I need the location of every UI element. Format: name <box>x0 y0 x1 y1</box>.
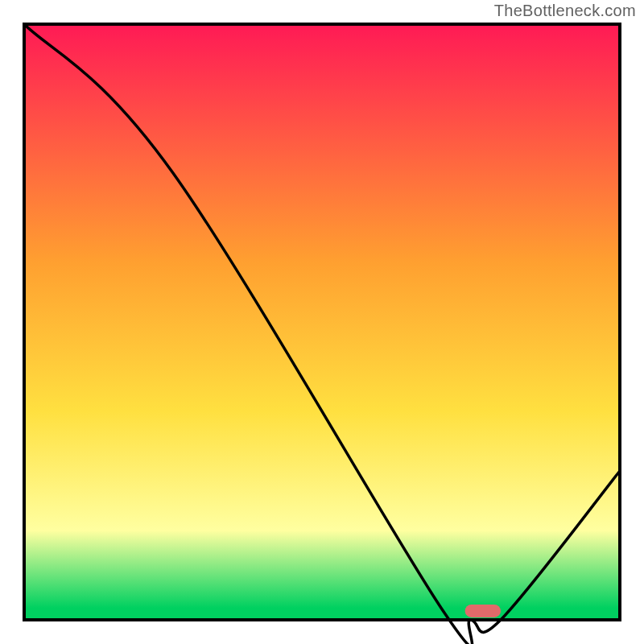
chart-frame: TheBottleneck.com <box>0 0 644 644</box>
bottleneck-chart <box>0 0 644 644</box>
watermark-text: TheBottleneck.com <box>494 2 636 20</box>
optimal-marker <box>465 605 501 617</box>
plot-background <box>24 24 620 620</box>
